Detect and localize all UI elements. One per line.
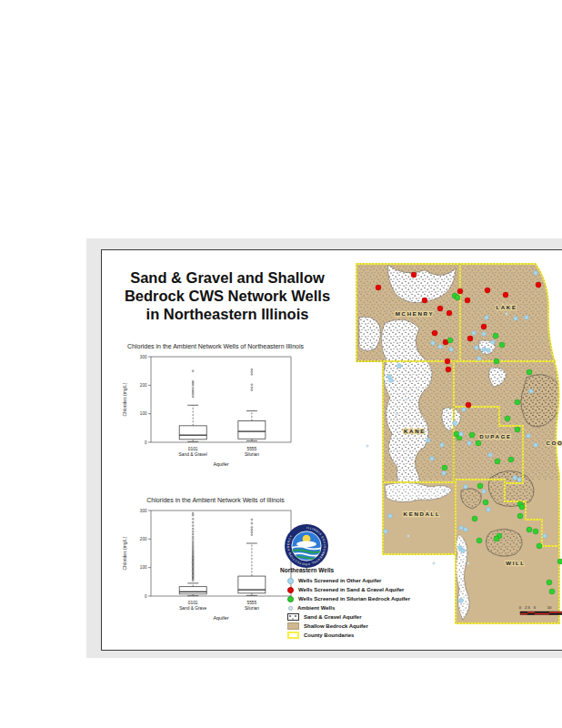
well-dot [371, 347, 374, 349]
svg-text:300: 300 [140, 509, 147, 513]
well-dot [475, 346, 479, 350]
well-dot [459, 432, 464, 437]
well-dot [517, 513, 523, 519]
well-dot [534, 443, 538, 448]
county-label: MCHENRY [396, 310, 434, 317]
well-dot [487, 349, 491, 353]
well-dot [388, 514, 393, 519]
svg-text:100: 100 [140, 565, 147, 570]
well-dot [547, 580, 552, 585]
well-dot [453, 421, 457, 426]
well-dot [491, 340, 496, 345]
well-dot [406, 399, 408, 401]
well-dot [469, 432, 475, 438]
well-dot [477, 483, 483, 489]
well-dot [527, 434, 531, 439]
svg-text:0: 0 [145, 594, 147, 599]
svg-text:5555: 5555 [247, 601, 257, 605]
well-dot [447, 310, 452, 316]
dot-blue-swatch [287, 578, 294, 584]
patch-stipple-swatch [287, 613, 299, 621]
well-dot [444, 490, 447, 492]
well-dot [557, 559, 562, 564]
svg-text:Chlorides (mg/L): Chlorides (mg/L) [122, 536, 127, 570]
well-dot [389, 379, 394, 383]
well-dot [543, 534, 547, 539]
well-dot [396, 413, 398, 416]
legend-item-label: County Boundaries [304, 632, 354, 638]
patch-county-swatch [287, 632, 299, 639]
well-dot [536, 282, 541, 288]
dot-ambient-swatch [288, 606, 293, 611]
well-dot [465, 298, 470, 303]
well-dot [482, 348, 487, 352]
well-dot [515, 399, 520, 405]
well-dot [432, 330, 437, 336]
well-dot [449, 348, 454, 352]
well-dot [481, 324, 487, 329]
dot-red-swatch [287, 587, 294, 593]
svg-text:300: 300 [140, 355, 147, 359]
well-dot [472, 516, 477, 521]
well-dot [437, 306, 443, 311]
well-dot [517, 478, 522, 482]
well-dot [459, 526, 464, 531]
well-dot [482, 490, 487, 494]
well-dot [427, 439, 431, 443]
poster-title: Sand & Gravel and Shallow Bedrock CWS Ne… [115, 268, 340, 323]
county-label: COOK [547, 440, 562, 446]
illinois-epa-logo-icon: ILLINOIS ENVIRONMENTAL PROTECTION AGENCY [284, 523, 329, 569]
chart-northeastern: Chlorides in the Ambient Network Wells o… [118, 343, 309, 477]
well-dot [445, 359, 450, 364]
well-dot [514, 317, 518, 321]
svg-text:Sand & Grave: Sand & Grave [179, 606, 206, 611]
well-dot [487, 508, 491, 512]
boxplot-svg: 0100200300Chlorides (mg/L)0101Sand & Gra… [118, 505, 300, 627]
well-dot [464, 528, 468, 532]
well-dot [431, 341, 436, 346]
county-label: WILL [506, 560, 526, 566]
boxplot-svg: 0100200300Chlorides (mg/L)0101Sand & Gra… [118, 351, 300, 473]
county-label: DUPAGE [479, 433, 512, 440]
poster: Sand & Gravel and Shallow Bedrock CWS Ne… [101, 249, 562, 651]
well-dot [505, 416, 510, 421]
well-dot [446, 367, 451, 372]
well-dot [433, 562, 436, 565]
well-dot [472, 331, 477, 336]
well-dot [508, 457, 514, 462]
well-dot [529, 389, 534, 394]
poster-title-line: Bedrock CWS Network Wells [115, 287, 340, 305]
svg-text:0: 0 [145, 440, 147, 445]
well-dot [506, 313, 508, 316]
dot-green-swatch [287, 596, 294, 602]
well-dot [430, 457, 435, 461]
svg-text:0101: 0101 [188, 601, 198, 605]
well-dot [499, 342, 505, 348]
well-dot [491, 368, 494, 370]
well-dot [495, 459, 500, 464]
well-dot [485, 288, 490, 293]
svg-text:200: 200 [140, 537, 147, 541]
well-dot [476, 440, 481, 446]
well-dot [477, 538, 482, 543]
county-label: KENDALL [404, 511, 441, 517]
well-dot [407, 535, 410, 538]
well-dot [483, 500, 488, 505]
well-dot [442, 471, 447, 476]
well-dot [467, 441, 472, 446]
well-dot [549, 589, 555, 594]
map: MCHENRYLAKEKANEDUPAGECOOKKENDALLWILL 02.… [354, 261, 562, 647]
svg-text:200: 200 [140, 383, 147, 388]
legend-item-label: Sand & Gravel Aquifer [304, 614, 361, 620]
svg-text:Chlorides (mg/L): Chlorides (mg/L) [122, 382, 127, 416]
well-dot [537, 543, 542, 549]
well-dot [447, 338, 453, 343]
well-dot [457, 288, 463, 294]
well-dot [397, 364, 402, 369]
well-dot [461, 549, 466, 553]
well-dot [422, 298, 427, 303]
well-dot [464, 485, 468, 490]
well-dot [534, 271, 538, 276]
svg-text:0101: 0101 [188, 447, 198, 451]
well-dot [459, 599, 464, 603]
